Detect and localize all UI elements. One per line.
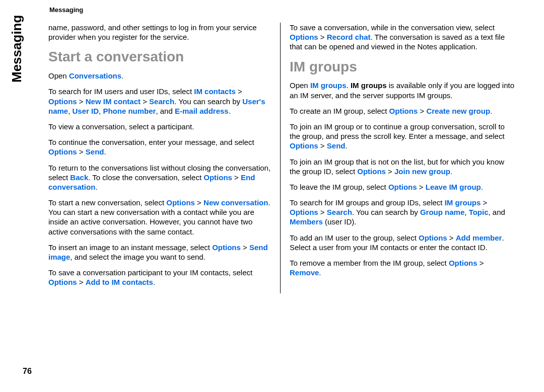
text: . — [229, 107, 231, 115]
text: > — [241, 243, 249, 252]
link-search[interactable]: Search — [327, 208, 352, 216]
text: . You can search by — [174, 97, 242, 106]
link-create-new-group[interactable]: Create new group — [426, 107, 490, 115]
return-close-conversation: To return to the conversations list with… — [48, 163, 271, 192]
link-options[interactable]: Options — [419, 233, 447, 242]
link-user-id[interactable]: User ID — [73, 107, 99, 115]
text: . — [104, 147, 106, 156]
text: . — [95, 183, 97, 191]
link-im-groups[interactable]: IM groups — [310, 81, 347, 90]
text: To create an IM group, select — [290, 107, 389, 115]
link-options[interactable]: Options — [48, 278, 77, 286]
text: To continue the conversation, enter your… — [48, 138, 254, 146]
link-add-member[interactable]: Add member — [456, 233, 502, 242]
page-number: 76 — [23, 367, 32, 376]
text: > — [318, 208, 327, 216]
link-group-name[interactable]: Group name — [420, 208, 464, 216]
text: > — [318, 141, 327, 150]
link-options[interactable]: Options — [212, 243, 241, 252]
text: > — [236, 87, 242, 96]
link-new-conversation[interactable]: New conversation — [203, 198, 268, 207]
right-column: To save a conversation, while in the con… — [280, 23, 517, 293]
text: , and select the image you want to send. — [70, 253, 206, 261]
text: To join an IM group or to continue a gro… — [290, 122, 505, 140]
text: , — [464, 208, 468, 216]
join-im-group: To join an IM group or to continue a gro… — [290, 122, 517, 151]
text: To add an IM user to the group, select — [290, 233, 419, 242]
link-back[interactable]: Back — [70, 173, 88, 182]
link-leave-im-group[interactable]: Leave IM group — [426, 183, 481, 191]
link-join-new-group[interactable]: Join new group — [394, 167, 450, 176]
text: Open — [48, 71, 69, 80]
text: To save a conversation participant to yo… — [48, 268, 252, 277]
text: . — [319, 268, 321, 277]
link-send[interactable]: Send — [327, 141, 346, 150]
link-options[interactable]: Options — [48, 97, 77, 106]
search-im-groups: To search for IM groups and group IDs, s… — [290, 198, 517, 227]
link-send[interactable]: Send — [86, 147, 104, 156]
link-options[interactable]: Options — [389, 107, 418, 115]
side-tab-label: Messaging — [10, 0, 23, 83]
text: > — [232, 173, 241, 182]
text: > — [386, 167, 394, 176]
text: > — [418, 107, 426, 115]
link-phone-number[interactable]: Phone number — [103, 107, 156, 115]
text: > — [77, 147, 86, 156]
text: > — [417, 183, 426, 191]
link-members[interactable]: Members — [290, 217, 323, 226]
text: . To close the conversation, select — [88, 173, 203, 182]
link-topic[interactable]: Topic — [469, 208, 489, 216]
create-im-group: To create an IM group, select Options > … — [290, 106, 517, 116]
link-new-im-contact[interactable]: New IM contact — [86, 97, 141, 106]
section-heading-im-groups: IM groups — [290, 58, 517, 76]
view-conversation: To view a conversation, select a partici… — [48, 122, 271, 131]
page: Messaging Messaging name, password, and … — [0, 0, 544, 392]
insert-image: To insert an image to an instant message… — [48, 243, 271, 262]
link-add-to-im-contacts[interactable]: Add to IM contacts — [86, 278, 153, 286]
link-im-contacts[interactable]: IM contacts — [194, 87, 236, 96]
link-record-chat[interactable]: Record chat — [327, 33, 371, 41]
page-header: Messaging — [49, 6, 524, 14]
link-options[interactable]: Options — [290, 33, 318, 41]
link-options[interactable]: Options — [166, 198, 195, 207]
text: To remove a member from the IM group, se… — [290, 259, 449, 267]
text: . — [347, 81, 351, 90]
link-options[interactable]: Options — [290, 208, 318, 216]
link-conversations[interactable]: Conversations — [69, 71, 121, 80]
open-conversations-line: Open Conversations. — [48, 71, 271, 81]
link-options[interactable]: Options — [388, 183, 417, 191]
link-options[interactable]: Options — [290, 141, 318, 150]
text: > — [77, 278, 86, 286]
text: > — [141, 97, 149, 106]
text: > — [318, 33, 327, 41]
leave-im-group: To leave the IM group, select Options > … — [290, 182, 517, 192]
text: To leave the IM group, select — [290, 183, 388, 191]
text: . — [121, 71, 123, 80]
text: > — [447, 233, 456, 242]
text: . — [481, 183, 483, 191]
open-im-groups: Open IM groups. IM groups is available o… — [290, 81, 517, 100]
link-search[interactable]: Search — [149, 97, 174, 106]
remove-member: To remove a member from the IM group, se… — [290, 258, 517, 277]
link-options[interactable]: Options — [449, 259, 478, 267]
text: (user ID). — [323, 217, 357, 226]
text: To save a conversation, while in the con… — [290, 23, 495, 32]
text: , and — [489, 208, 505, 216]
continue-conversation: To continue the conversation, enter your… — [48, 137, 271, 156]
text: . — [345, 141, 347, 150]
content-columns: name, password, and other settings to lo… — [48, 23, 524, 293]
link-remove[interactable]: Remove — [290, 268, 319, 277]
link-options[interactable]: Options — [357, 167, 386, 176]
text: . — [450, 167, 452, 176]
bold-im-groups: IM groups — [351, 81, 387, 90]
link-email-address[interactable]: E-mail address — [175, 107, 229, 115]
add-im-user: To add an IM user to the group, select O… — [290, 233, 517, 252]
text: To search for IM users and user IDs, sel… — [48, 87, 194, 96]
link-options[interactable]: Options — [203, 173, 232, 182]
join-new-group: To join an IM group that is not on the l… — [290, 157, 517, 176]
link-options[interactable]: Options — [48, 147, 77, 156]
text: . — [490, 107, 492, 115]
link-im-groups[interactable]: IM groups — [445, 198, 481, 207]
intro-text: name, password, and other settings to lo… — [48, 23, 271, 42]
text: To insert an image to an instant message… — [48, 243, 212, 252]
